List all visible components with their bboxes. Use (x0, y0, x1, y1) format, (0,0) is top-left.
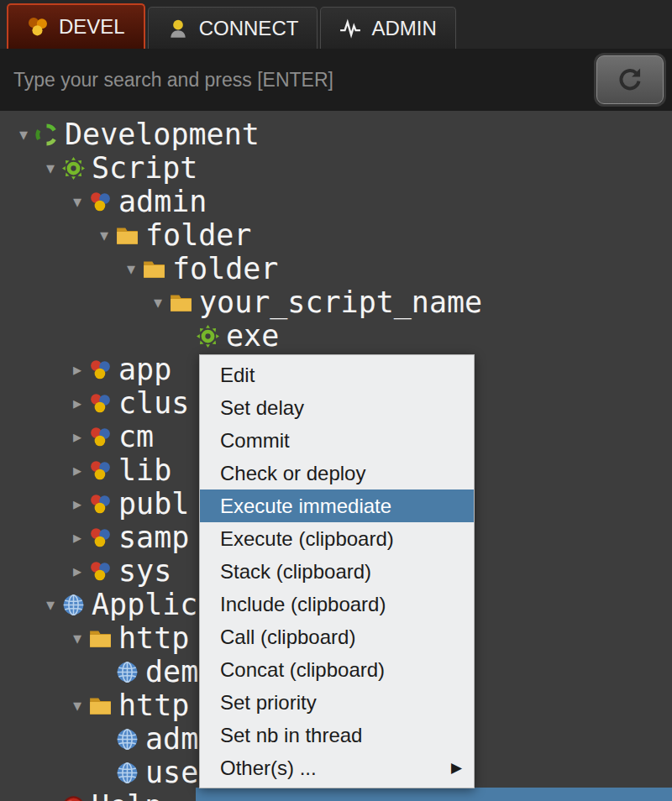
folder-icon (116, 224, 139, 247)
expander-icon[interactable] (39, 796, 62, 801)
tree-item-label: publ (118, 487, 189, 521)
gear-icon (62, 157, 85, 180)
tab-admin[interactable]: ADMIN (320, 7, 455, 49)
package-icon (89, 459, 112, 482)
expander-icon[interactable] (66, 527, 89, 547)
globe-icon (116, 661, 139, 683)
tree-item-development[interactable]: Development (0, 118, 672, 151)
globe-icon (62, 594, 85, 616)
lifecycle-icon (35, 123, 58, 146)
tree-item-label: Applic (92, 588, 197, 621)
expander-icon[interactable] (66, 695, 89, 715)
package-icon (89, 493, 112, 516)
menu-item-execute-immediate[interactable]: Execute immediate (200, 490, 474, 522)
folder-icon (89, 627, 112, 650)
menu-item-others[interactable]: Other(s) ... ▶ (200, 751, 474, 784)
menu-item-check-or-deploy[interactable]: Check or deploy (200, 457, 474, 490)
folder-icon (143, 258, 165, 280)
tree-item-admin[interactable]: admin (0, 185, 672, 218)
tree-item-label: Help (92, 789, 162, 801)
tab-connect[interactable]: CONNECT (148, 7, 318, 49)
refresh-button[interactable] (596, 55, 664, 104)
menu-item-concat-clipboard[interactable]: Concat (clipboard) (200, 653, 474, 686)
expander-icon[interactable] (66, 561, 89, 581)
tree-item-label: lib (118, 453, 171, 487)
tree-item-your-script-name[interactable]: your_script_name (0, 285, 672, 319)
tab-bar: DEVEL CONNECT ADMIN (0, 0, 672, 49)
expander-icon[interactable] (92, 225, 116, 245)
tree-item-label: admin (118, 185, 207, 218)
expander-icon[interactable] (66, 460, 89, 480)
tree-item-label: exe (226, 319, 279, 353)
tree-item-label: folder (145, 218, 251, 252)
tree-item-label: folder (172, 252, 278, 285)
refresh-icon (616, 65, 644, 94)
folder-icon (170, 291, 192, 314)
package-icon (89, 526, 112, 549)
expander-icon[interactable] (66, 427, 89, 447)
expander-icon[interactable] (66, 359, 89, 380)
expander-icon[interactable] (66, 393, 89, 413)
expander-icon[interactable] (39, 158, 62, 178)
package-icon (89, 426, 112, 448)
tree-item-folder[interactable]: folder (0, 218, 672, 252)
expander-icon[interactable] (12, 124, 35, 144)
tree-item-label: http (118, 688, 189, 722)
tree-item-label: adm (145, 722, 198, 756)
expander-icon[interactable] (66, 191, 89, 212)
expander-icon[interactable] (39, 594, 62, 615)
menu-item-stack-clipboard[interactable]: Stack (clipboard) (200, 555, 474, 588)
tree-item-label: sys (118, 554, 171, 588)
menu-item-include-clipboard[interactable]: Include (clipboard) (200, 588, 474, 620)
folder-icon (89, 694, 112, 717)
menu-item-edit[interactable]: Edit (200, 359, 474, 391)
tree-item-label: Script (92, 151, 197, 185)
tree-item-label: clus (118, 386, 189, 420)
tree-item-exe[interactable]: exe (0, 319, 672, 353)
menu-item-label: Other(s) ... (220, 756, 317, 780)
search-bar (0, 49, 672, 111)
package-icon (89, 392, 112, 415)
menu-item-call-clipboard[interactable]: Call (clipboard) (200, 620, 474, 653)
gear-icon (197, 325, 219, 348)
search-input[interactable] (0, 55, 588, 105)
package-icon (89, 359, 112, 381)
tree-item-label: your_script_name (199, 285, 482, 319)
menu-item-set-delay[interactable]: Set delay (200, 391, 474, 424)
connect-icon (167, 18, 189, 39)
help-icon (62, 795, 85, 801)
selection-bar (196, 788, 672, 801)
package-icon (89, 191, 112, 213)
menu-item-execute-clipboard[interactable]: Execute (clipboard) (200, 522, 474, 555)
tree-item-label: app (118, 353, 171, 386)
tree-item-label: cm (118, 420, 154, 453)
expander-icon[interactable] (66, 628, 89, 648)
tab-connect-label: CONNECT (199, 17, 299, 40)
context-menu: Edit Set delay Commit Check or deploy Ex… (199, 354, 475, 788)
menu-item-commit[interactable]: Commit (200, 424, 474, 457)
tree-item-script[interactable]: Script (0, 151, 672, 185)
tab-devel[interactable]: DEVEL (7, 3, 145, 49)
menu-item-set-nb-in-thread[interactable]: Set nb in thread (200, 719, 474, 751)
tab-admin-label: ADMIN (371, 17, 436, 40)
expander-icon[interactable] (146, 292, 170, 312)
expander-icon[interactable] (66, 494, 89, 514)
package-icon (89, 560, 112, 583)
tree-item-label: Development (65, 118, 260, 151)
tree-item-label: use (145, 756, 198, 789)
devel-balls-icon (27, 16, 49, 38)
tree-item-label: dem (145, 655, 198, 688)
tree-item-label: http (118, 621, 189, 655)
globe-icon (116, 728, 139, 751)
tab-devel-label: DEVEL (59, 15, 125, 39)
expander-icon[interactable] (119, 259, 143, 279)
menu-item-set-priority[interactable]: Set priority (200, 686, 474, 719)
application-window: DEVEL CONNECT ADMIN Development Script (0, 0, 672, 801)
globe-icon (116, 762, 139, 784)
tree-item-label: samp (118, 521, 189, 554)
waveform-icon (339, 18, 361, 39)
submenu-arrow-icon: ▶ (451, 759, 462, 777)
tree-item-folder[interactable]: folder (0, 252, 672, 285)
